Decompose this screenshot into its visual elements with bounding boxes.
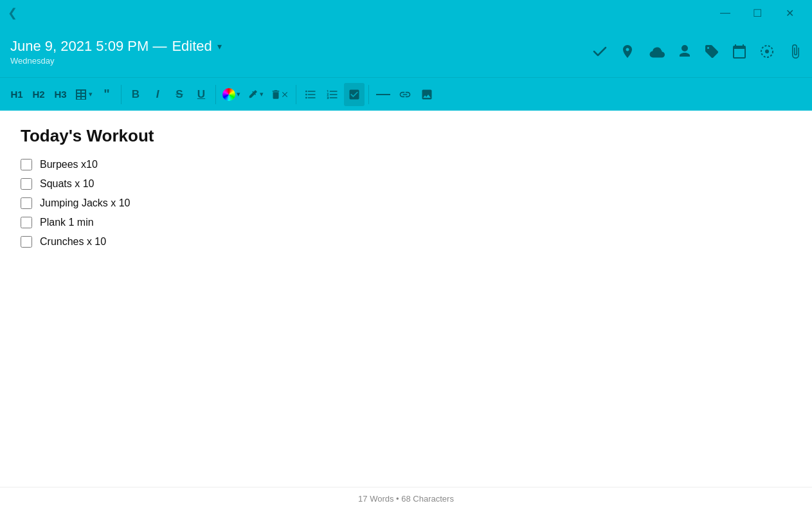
- checklist-label-3: Jumping Jacks x 10: [40, 197, 131, 209]
- link-button[interactable]: [395, 83, 415, 106]
- table-dropdown-icon: ▾: [89, 90, 93, 98]
- checklist-item: Plank 1 min: [21, 217, 791, 228]
- color-picker-button[interactable]: ▾: [220, 83, 243, 106]
- italic-label: I: [156, 88, 159, 101]
- checklist-label-1: Burpees x10: [40, 159, 98, 170]
- bold-label: B: [132, 88, 140, 101]
- svg-point-1: [765, 50, 769, 53]
- header-left: June 9, 2021 5:09 PM — Edited ▾ Wednesda…: [10, 38, 222, 66]
- h1-label: H1: [10, 89, 23, 100]
- checklist-label-5: Crunches x 10: [40, 236, 106, 248]
- header-dropdown-icon[interactable]: ▾: [217, 41, 222, 51]
- divider-3: [296, 85, 296, 104]
- checklist-checkbox-1[interactable]: [21, 159, 32, 170]
- hr-button[interactable]: [373, 83, 393, 106]
- person-icon[interactable]: [678, 44, 691, 59]
- tag-icon[interactable]: [704, 44, 719, 59]
- attachment-icon[interactable]: [788, 44, 802, 59]
- strikethrough-label: S: [176, 88, 183, 101]
- titlebar: ❮ — ☐ ✕: [0, 0, 812, 26]
- checklist-checkbox-5[interactable]: [21, 236, 32, 248]
- checklist-checkbox-4[interactable]: [21, 217, 32, 228]
- highlighter-button[interactable]: ▾: [244, 83, 266, 106]
- checklist-item: Squats x 10: [21, 178, 791, 190]
- maximize-button[interactable]: ☐: [743, 0, 772, 26]
- header-icons: [592, 44, 802, 59]
- header-edited: Edited: [172, 38, 212, 55]
- dotted-circle-icon[interactable]: [759, 44, 775, 59]
- strikethrough-button[interactable]: S: [169, 83, 190, 106]
- titlebar-left: ❮: [8, 6, 17, 20]
- close-button[interactable]: ✕: [775, 0, 804, 26]
- clear-format-button[interactable]: [267, 83, 292, 106]
- checklist-checkbox-3[interactable]: [21, 197, 32, 209]
- image-button[interactable]: [417, 83, 437, 106]
- note-title: Today's Workout: [21, 126, 791, 146]
- toolbar: H1 H2 H3 ▾ " B I S U ▾ ▾: [0, 77, 812, 111]
- content-area[interactable]: Today's Workout Burpees x10 Squats x 10 …: [0, 111, 812, 487]
- italic-button[interactable]: I: [147, 83, 168, 106]
- location-icon[interactable]: [620, 44, 635, 59]
- checklist-button[interactable]: [344, 83, 365, 106]
- calendar-icon[interactable]: [732, 44, 746, 59]
- checklist-label-2: Squats x 10: [40, 178, 95, 190]
- h2-button[interactable]: H2: [28, 83, 49, 106]
- checkmark-icon[interactable]: [592, 44, 608, 59]
- titlebar-right: — ☐ ✕: [710, 0, 804, 26]
- h3-label: H3: [54, 89, 66, 100]
- numbered-list-button[interactable]: [322, 83, 343, 106]
- header: June 9, 2021 5:09 PM — Edited ▾ Wednesda…: [0, 26, 812, 77]
- checklist-label-4: Plank 1 min: [40, 217, 94, 228]
- cloud-icon[interactable]: [647, 45, 665, 58]
- highlighter-dropdown-icon: ▾: [260, 90, 264, 98]
- header-day: Wednesday: [10, 56, 222, 66]
- blockquote-label: ": [104, 87, 109, 102]
- table-button[interactable]: ▾: [72, 83, 95, 106]
- back-chevron[interactable]: ❮: [8, 6, 17, 20]
- underline-button[interactable]: U: [191, 83, 212, 106]
- color-wheel-icon: [222, 88, 235, 101]
- checklist: Burpees x10 Squats x 10 Jumping Jacks x …: [21, 159, 791, 248]
- bold-button[interactable]: B: [125, 83, 146, 106]
- underline-label: U: [197, 88, 205, 101]
- bullet-list-button[interactable]: [300, 83, 321, 106]
- blockquote-button[interactable]: ": [96, 83, 117, 106]
- color-dropdown-icon: ▾: [237, 90, 240, 98]
- status-text: 17 Words • 68 Characters: [358, 494, 454, 504]
- checklist-checkbox-2[interactable]: [21, 178, 32, 190]
- checklist-item: Crunches x 10: [21, 236, 791, 248]
- h2-label: H2: [32, 89, 44, 100]
- header-title-row: June 9, 2021 5:09 PM — Edited ▾: [10, 38, 222, 55]
- svg-rect-2: [376, 94, 390, 95]
- minimize-button[interactable]: —: [710, 0, 740, 26]
- h3-button[interactable]: H3: [50, 83, 71, 106]
- divider-2: [215, 85, 216, 104]
- checklist-item: Burpees x10: [21, 159, 791, 170]
- h1-button[interactable]: H1: [6, 83, 27, 106]
- header-date: June 9, 2021 5:09 PM —: [10, 38, 167, 55]
- divider-1: [121, 85, 122, 104]
- statusbar: 17 Words • 68 Characters: [0, 487, 812, 510]
- divider-4: [368, 85, 369, 104]
- checklist-item: Jumping Jacks x 10: [21, 197, 791, 209]
